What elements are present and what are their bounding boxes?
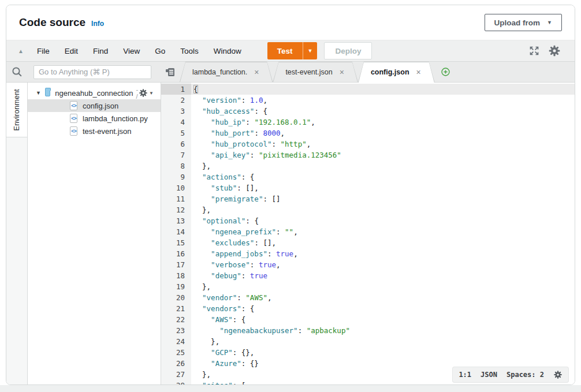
menu-item-view[interactable]: View <box>116 47 147 55</box>
tree-file-list: <>config.json<>lambda_function.py<>test-… <box>28 99 161 137</box>
code-line[interactable]: "hub_port": 8000, <box>191 128 575 139</box>
tab-config-json[interactable]: config.json× <box>358 62 435 82</box>
tab-environment[interactable]: Environment <box>6 83 27 137</box>
test-dropdown-button[interactable]: ▼ <box>303 42 318 59</box>
code-line[interactable]: "version": 1.0, <box>191 95 575 106</box>
cursor-position[interactable]: 1:1 <box>459 369 471 380</box>
code-line[interactable]: "verbose": true, <box>191 259 575 270</box>
code-line[interactable]: }, <box>191 204 575 215</box>
line-number: 12 <box>161 204 191 215</box>
tab-list-icon[interactable] <box>161 62 180 82</box>
tab-label: config.json <box>371 68 409 76</box>
new-tab-button[interactable] <box>441 62 450 82</box>
code-line[interactable]: }, <box>191 281 575 292</box>
code-line[interactable]: "optional": { <box>191 215 575 226</box>
tree-settings-gear-icon[interactable]: ▼ <box>139 88 154 98</box>
line-number: 5 <box>161 128 191 139</box>
search-icon-cell <box>6 62 28 83</box>
code-line[interactable]: "hub_access": { <box>191 106 575 117</box>
indentation-setting[interactable]: Spaces: 2 <box>506 369 544 380</box>
code-line[interactable]: "ngeneabackupuser": "apbackup" <box>191 325 575 336</box>
search-icon[interactable] <box>11 66 23 78</box>
tab-label: lambda_function. <box>192 68 247 76</box>
code-line[interactable]: "ngenea_prefix": "", <box>191 226 575 237</box>
line-number: 18 <box>161 270 191 281</box>
tree-file-test-event-json[interactable]: <>test-event.json <box>28 125 161 137</box>
chevron-down-icon: ▼ <box>547 20 552 25</box>
code-line[interactable]: }, <box>191 336 575 347</box>
goto-anything-input[interactable] <box>33 65 151 79</box>
test-button[interactable]: Test ▼ <box>267 42 318 59</box>
line-number: 20 <box>161 292 191 303</box>
code-editor[interactable]: 1234567891011121314151617181920212223242… <box>161 83 575 385</box>
menubar-items: FileEditFindViewGoToolsWindow <box>29 47 249 55</box>
tree-file-config-json[interactable]: <>config.json <box>28 99 161 112</box>
tab-close-icon[interactable]: × <box>340 68 344 76</box>
left-rail: Environment <box>6 83 28 385</box>
tree-folder-row[interactable]: ▼ ngeneahub_connection - / <box>28 87 161 99</box>
code-line[interactable]: "premigrate": [] <box>191 193 575 204</box>
code-line[interactable]: "GCP": {}, <box>191 347 575 358</box>
code-line[interactable]: "actions": { <box>191 171 575 182</box>
info-link[interactable]: Info <box>91 20 104 28</box>
page-title: Code source <box>19 16 85 29</box>
code-line[interactable]: "stub": [], <box>191 182 575 193</box>
file-tree-panel: ▼ ngeneahub_connection - / <box>28 83 161 385</box>
code-line[interactable]: "excludes": [], <box>191 237 575 248</box>
ide-area: lambda_function.×test-event.json×config.… <box>6 62 575 385</box>
line-number: 22 <box>161 314 191 325</box>
menu-item-edit[interactable]: Edit <box>57 47 85 55</box>
code-line[interactable]: { <box>191 84 575 95</box>
line-number: 21 <box>161 303 191 314</box>
tab-lambda-function[interactable]: lambda_function.× <box>180 62 273 82</box>
file-name: test-event.json <box>83 127 132 136</box>
menu-item-go[interactable]: Go <box>147 47 173 55</box>
code-line[interactable]: "hub_ip": "192.168.0.1", <box>191 117 575 128</box>
code-content[interactable]: { "version": 1.0, "hub_access": { "hub_i… <box>191 83 575 385</box>
collapse-panel-icon[interactable]: ▲ <box>18 48 24 54</box>
line-number: 14 <box>161 226 191 237</box>
file-icon: <> <box>70 114 77 123</box>
upload-from-button[interactable]: Upload from ▼ <box>485 14 562 31</box>
line-number: 9 <box>161 171 191 182</box>
code-line[interactable]: "api_key": "pixitmedia.123456" <box>191 150 575 160</box>
folder-disclosure-icon[interactable]: ▼ <box>36 90 41 96</box>
settings-gear-icon[interactable] <box>548 44 561 57</box>
menu-item-tools[interactable]: Tools <box>173 47 206 55</box>
tab-test-event-json[interactable]: test-event.json× <box>273 62 357 82</box>
code-line[interactable]: "debug": true <box>191 270 575 281</box>
code-line[interactable]: "AWS": { <box>191 314 575 325</box>
line-number: 19 <box>161 281 191 292</box>
line-number: 23 <box>161 325 191 336</box>
line-number: 2 <box>161 95 191 106</box>
code-line[interactable]: "hub_protocol": "http", <box>191 139 575 150</box>
menu-item-window[interactable]: Window <box>206 47 249 55</box>
line-number: 11 <box>161 193 191 204</box>
line-number: 15 <box>161 237 191 248</box>
code-line[interactable]: }, <box>191 160 575 171</box>
fullscreen-icon[interactable] <box>528 45 540 57</box>
chevron-down-icon: ▼ <box>149 91 154 96</box>
folder-name: ngeneahub_connection <box>55 89 133 98</box>
tree-file-lambda-function-py[interactable]: <>lambda_function.py <box>28 112 161 125</box>
line-number: 4 <box>161 117 191 128</box>
editor-tab-bar: lambda_function.×test-event.json×config.… <box>161 62 575 83</box>
code-line[interactable]: "vendor": "AWS", <box>191 292 575 303</box>
menubar: ▲ FileEditFindViewGoToolsWindow Test ▼ D… <box>6 40 575 62</box>
code-line[interactable]: "vendors": { <box>191 303 575 314</box>
menu-item-file[interactable]: File <box>29 47 57 55</box>
tab-close-icon[interactable]: × <box>416 68 421 76</box>
goto-anything-cell <box>28 62 161 83</box>
menu-item-find[interactable]: Find <box>85 47 116 55</box>
deploy-button[interactable]: Deploy <box>324 42 372 59</box>
panel-header: Code source Info Upload from ▼ <box>6 5 575 40</box>
tab-close-icon[interactable]: × <box>254 68 259 76</box>
line-number: 7 <box>161 150 191 160</box>
language-mode[interactable]: JSON <box>481 369 497 380</box>
line-number-gutter: 1234567891011121314151617181920212223242… <box>161 83 191 385</box>
file-name: config.json <box>83 102 118 110</box>
line-number: 6 <box>161 139 191 150</box>
editor-settings-gear-icon[interactable] <box>553 370 563 379</box>
line-number: 17 <box>161 259 191 270</box>
code-line[interactable]: "append_jobs": true, <box>191 248 575 259</box>
